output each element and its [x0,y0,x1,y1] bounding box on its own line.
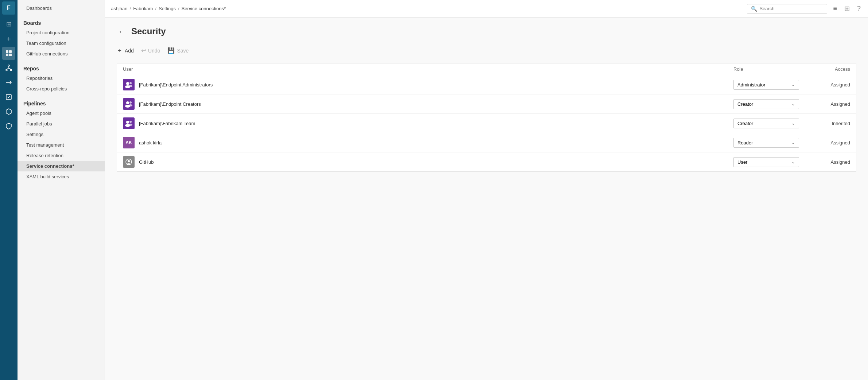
svg-rect-0 [6,50,8,53]
notifications-icon[interactable]: ≡ [832,3,838,14]
access-cell-3: Assigned [799,140,850,146]
sidebar-item-dashboards[interactable]: Dashboards [18,3,105,13]
avatar-2 [123,117,135,129]
svg-point-11 [126,82,129,85]
sidebar-item-settings[interactable]: Settings [18,129,105,140]
chevron-icon-0: ⌄ [791,82,795,87]
role-value-0: Administrator [737,82,766,88]
app-logo[interactable]: F [2,1,15,15]
undo-label: Undo [148,48,160,54]
chevron-icon-1: ⌄ [791,101,795,106]
table-row: AK ashok kirla Reader ⌄ Assigned [117,133,856,152]
sidebar-item-service-connections[interactable]: Service connections* [18,161,105,171]
svg-point-19 [126,121,129,124]
search-input[interactable] [759,6,823,11]
main-area: ashjhan / Fabrikam / Settings / Service … [105,0,868,380]
svg-point-14 [129,85,132,87]
sidebar-section-boards: Boards [18,16,105,27]
nav-icon-repos[interactable] [2,61,15,74]
add-label: Add [125,48,134,54]
nav-icon-boards[interactable] [2,47,15,60]
svg-point-5 [6,69,7,71]
avatar-1 [123,98,135,110]
content: ← Security ＋ Add ↩ Undo 💾 Save User Role [105,18,868,380]
user-cell-4: GitHub [123,156,733,168]
back-button[interactable]: ← [117,27,127,36]
table-row: [Fabrikam]\Fabrikam Team Creator ⌄ Inher… [117,114,856,133]
save-button[interactable]: 💾 Save [167,46,189,55]
col-user: User [123,66,733,72]
breadcrumb: ashjhan / Fabrikam / Settings / Service … [111,6,226,11]
breadcrumb-org[interactable]: ashjhan [111,6,128,11]
role-select-4[interactable]: User ⌄ [733,157,799,167]
help-icon[interactable]: ? [856,3,862,14]
user-cell-1: [Fabrikam]\Endpoint Creators [123,98,733,110]
role-select-3[interactable]: Reader ⌄ [733,138,799,148]
icon-rail: F ⊞ ＋ [0,0,18,380]
role-select-2[interactable]: Creator ⌄ [733,119,799,128]
sidebar-item-repositories[interactable]: Repositories [18,73,105,84]
user-name-2: [Fabrikam]\Fabrikam Team [139,121,195,126]
search-box[interactable]: 🔍 [747,4,827,13]
breadcrumb-project[interactable]: Fabrikam [133,6,153,11]
role-value-2: Creator [737,121,753,126]
breadcrumb-section[interactable]: Settings [159,6,176,11]
access-cell-2: Inherited [799,121,850,126]
toolbar: ＋ Add ↩ Undo 💾 Save [117,45,856,56]
sidebar-item-github-connections[interactable]: GitHub connections [18,49,105,59]
table-row: [Fabrikam]\Endpoint Creators Creator ⌄ A… [117,94,856,114]
sidebar-item-team-config[interactable]: Team configuration [18,38,105,49]
col-access: Access [799,66,850,72]
access-cell-0: Assigned [799,82,850,88]
col-role: Role [733,66,799,72]
user-name-4: GitHub [139,159,154,165]
svg-point-22 [129,124,132,126]
sidebar-section-pipelines: Pipelines [18,97,105,108]
sidebar: Dashboards Boards Project configuration … [18,0,105,380]
svg-point-6 [10,69,12,71]
sidebar-item-agent-pools[interactable]: Agent pools [18,108,105,119]
user-name-0: [Fabrikam]\Endpoint Administrators [139,82,213,88]
nav-icon-home[interactable]: ⊞ [2,18,15,31]
nav-icon-add[interactable]: ＋ [2,32,15,45]
table-header: User Role Access [117,63,856,75]
sidebar-section-repos: Repos [18,62,105,73]
sidebar-item-release-retention[interactable]: Release retention [18,150,105,161]
security-table: User Role Access [Fabrikam]\Endpoin [117,63,856,172]
nav-icon-artifacts[interactable] [2,105,15,118]
table-row: GitHub User ⌄ Assigned [117,152,856,171]
role-value-1: Creator [737,101,753,107]
sidebar-item-cross-repo[interactable]: Cross-repo policies [18,84,105,94]
nav-icon-testplans[interactable] [2,90,15,104]
user-cell-3: AK ashok kirla [123,137,733,148]
user-cell-0: [Fabrikam]\Endpoint Administrators [123,79,733,90]
chevron-icon-4: ⌄ [791,159,795,164]
nav-icon-pipelines[interactable] [2,76,15,89]
add-icon: ＋ [117,47,123,54]
marketplace-icon[interactable]: ⊞ [843,3,851,14]
user-cell-2: [Fabrikam]\Fabrikam Team [123,117,733,129]
svg-point-17 [129,101,132,104]
svg-point-4 [8,65,9,66]
undo-button[interactable]: ↩ Undo [141,46,160,55]
svg-point-15 [126,101,129,104]
svg-line-8 [7,68,9,69]
role-select-1[interactable]: Creator ⌄ [733,99,799,109]
nav-icon-security[interactable] [2,120,15,133]
chevron-icon-2: ⌄ [791,121,795,126]
page-title: Security [131,26,166,36]
sidebar-item-test-management[interactable]: Test management [18,140,105,150]
sidebar-item-xaml-build[interactable]: XAML build services [18,171,105,182]
add-button[interactable]: ＋ Add [117,45,134,56]
page-header: ← Security [117,26,856,36]
role-value-3: Reader [737,140,753,146]
sidebar-item-parallel-jobs[interactable]: Parallel jobs [18,119,105,129]
breadcrumb-page: Service connections* [182,6,226,11]
save-icon: 💾 [167,47,175,54]
svg-point-18 [129,104,132,106]
svg-rect-3 [9,54,12,56]
role-select-0[interactable]: Administrator ⌄ [733,80,799,90]
sidebar-item-project-config[interactable]: Project configuration [18,27,105,38]
breadcrumb-sep1: / [130,6,131,11]
access-cell-4: Assigned [799,159,850,165]
